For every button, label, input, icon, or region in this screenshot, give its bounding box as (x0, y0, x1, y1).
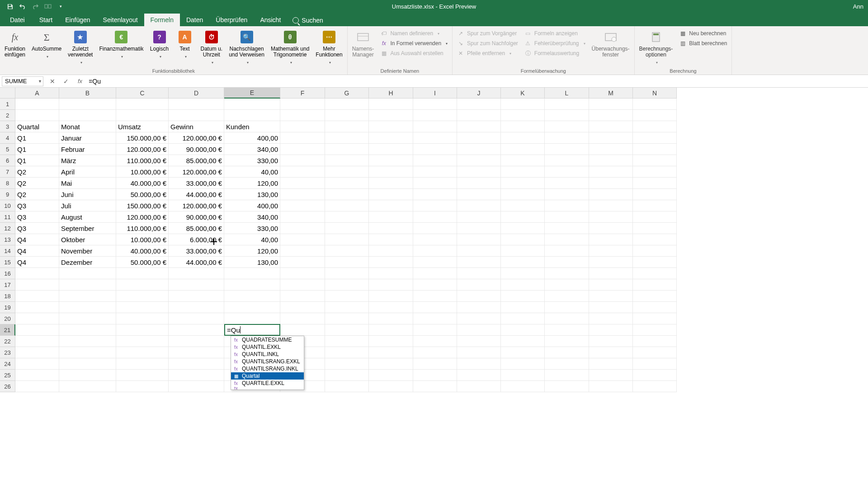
cell[interactable] (501, 132, 545, 144)
row-header[interactable]: 6 (0, 155, 15, 166)
cell[interactable] (59, 99, 116, 110)
cell[interactable] (116, 381, 169, 392)
cell[interactable]: 130,00 (224, 257, 280, 268)
cell[interactable]: Januar (59, 132, 116, 144)
cell[interactable] (633, 110, 677, 121)
row-header[interactable]: 3 (0, 121, 15, 132)
cell[interactable] (457, 370, 501, 381)
cell[interactable] (589, 257, 633, 268)
ribbon-tab-seitenlayout[interactable]: Seitenlayout (97, 14, 144, 26)
cell[interactable] (457, 313, 501, 324)
cell[interactable] (633, 223, 677, 234)
cell[interactable] (413, 234, 457, 245)
cell[interactable] (325, 223, 369, 234)
cell[interactable] (589, 268, 633, 279)
cell[interactable]: Q3 (15, 223, 59, 234)
formula-autocomplete[interactable]: fxQUADRATESUMMEfxQUANTIL.EXKLfxQUANTIL.I… (231, 336, 304, 390)
cell[interactable] (169, 347, 224, 358)
cell[interactable] (280, 155, 325, 166)
ribbon-tab-ansicht[interactable]: Ansicht (254, 14, 287, 26)
cell[interactable]: Q1 (15, 132, 59, 144)
cell[interactable] (589, 279, 633, 291)
cell[interactable]: 330,00 (224, 223, 280, 234)
create-from-selection-button[interactable]: ▦Aus Auswahl erstellen (378, 49, 449, 58)
column-header-C[interactable]: C (116, 88, 169, 99)
cell[interactable] (589, 324, 633, 336)
column-header-B[interactable]: B (59, 88, 116, 99)
formula-input[interactable]: =Qu (86, 78, 868, 85)
cell[interactable]: März (59, 155, 116, 166)
cell[interactable] (457, 144, 501, 155)
cell[interactable] (224, 313, 280, 324)
cell[interactable] (59, 336, 116, 347)
cell[interactable] (545, 132, 589, 144)
row-header[interactable]: 12 (0, 223, 15, 234)
cell[interactable]: 120.000,00 € (116, 211, 169, 223)
cell[interactable] (457, 336, 501, 347)
cell[interactable] (633, 324, 677, 336)
cell[interactable] (589, 189, 633, 200)
cell[interactable] (589, 223, 633, 234)
cell[interactable] (325, 324, 369, 336)
calculate-now-button[interactable]: ▦Neu berechnen (677, 29, 729, 38)
cell[interactable] (501, 144, 545, 155)
cell[interactable]: Q2 (15, 189, 59, 200)
cell[interactable]: 120.000,00 € (169, 200, 224, 211)
cell[interactable] (633, 370, 677, 381)
cell[interactable] (280, 132, 325, 144)
cell[interactable] (633, 121, 677, 132)
cell[interactable] (633, 99, 677, 110)
cell[interactable] (116, 324, 169, 336)
column-header-K[interactable]: K (501, 88, 545, 99)
cell[interactable] (369, 347, 413, 358)
cell[interactable] (501, 358, 545, 370)
cell[interactable] (545, 324, 589, 336)
column-header-H[interactable]: H (369, 88, 413, 99)
cell[interactable] (545, 99, 589, 110)
column-header-M[interactable]: M (589, 88, 633, 99)
cell[interactable] (501, 121, 545, 132)
autocomplete-item[interactable]: fx (231, 387, 304, 389)
autosum-button[interactable]: ΣAutoSumme (30, 28, 63, 60)
cell[interactable] (545, 234, 589, 245)
cell[interactable] (116, 291, 169, 302)
column-header-E[interactable]: E (224, 88, 280, 99)
cell[interactable] (413, 268, 457, 279)
cell[interactable] (15, 336, 59, 347)
cell[interactable] (325, 336, 369, 347)
cell[interactable] (224, 110, 280, 121)
cell[interactable] (413, 358, 457, 370)
cell[interactable] (59, 324, 116, 336)
cell[interactable]: 90.000,00 € (169, 144, 224, 155)
cell[interactable] (633, 144, 677, 155)
cell[interactable] (545, 155, 589, 166)
cell[interactable] (325, 200, 369, 211)
cell[interactable]: 150.000,00 € (116, 200, 169, 211)
cell[interactable] (224, 302, 280, 313)
cell[interactable] (545, 302, 589, 313)
cell[interactable] (633, 166, 677, 178)
cell[interactable]: 340,00 (224, 144, 280, 155)
cell[interactable] (413, 211, 457, 223)
cell[interactable] (457, 268, 501, 279)
account-name[interactable]: Ann (853, 3, 863, 10)
cell[interactable] (116, 110, 169, 121)
datetime-button[interactable]: ⏱Datum u. Uhrzeit (199, 28, 225, 66)
cell[interactable]: Juni (59, 189, 116, 200)
logical-button[interactable]: ?Logisch (148, 28, 171, 60)
column-header-F[interactable]: F (280, 88, 325, 99)
cell[interactable] (545, 144, 589, 155)
row-header[interactable]: 22 (0, 336, 15, 347)
cell[interactable] (15, 358, 59, 370)
column-header-I[interactable]: I (413, 88, 457, 99)
calculate-sheet-button[interactable]: ▥Blatt berechnen (677, 39, 729, 48)
cell[interactable]: September (59, 223, 116, 234)
cell[interactable] (369, 257, 413, 268)
cell[interactable] (589, 291, 633, 302)
cell[interactable] (169, 336, 224, 347)
cell[interactable] (325, 166, 369, 178)
cell[interactable] (545, 121, 589, 132)
cell[interactable] (501, 99, 545, 110)
evaluate-formula-button[interactable]: ⓘFormelauswertung (523, 49, 587, 58)
cell[interactable]: Oktober (59, 234, 116, 245)
